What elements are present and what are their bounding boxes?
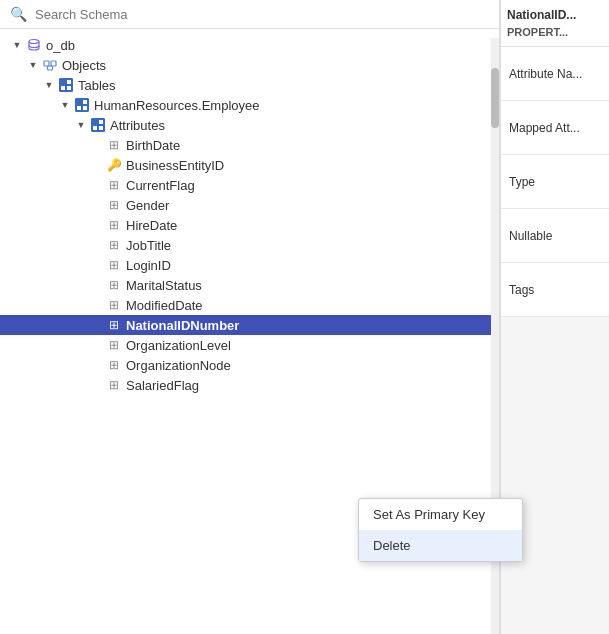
tree-label-nationalidnumber: NationalIDNumber bbox=[126, 318, 239, 333]
tree-item-organizationnode[interactable]: ⊞ OrganizationNode bbox=[0, 355, 499, 375]
tree-item-nationalidnumber[interactable]: ⊞ NationalIDNumber bbox=[0, 315, 499, 335]
svg-rect-1 bbox=[44, 61, 49, 66]
field-icon-maritalstatus: ⊞ bbox=[106, 277, 122, 293]
tree-label-tables: Tables bbox=[78, 78, 116, 93]
tree-label-o-db: o_db bbox=[46, 38, 75, 53]
prop-tags: Tags bbox=[501, 263, 609, 317]
expand-arrow-hr-employee[interactable] bbox=[58, 98, 72, 112]
right-panel-header: NationalID... PROPERT... bbox=[501, 0, 609, 47]
expand-arrow-o-db[interactable] bbox=[10, 38, 24, 52]
tree-label-birthdate: BirthDate bbox=[126, 138, 180, 153]
tree-label-businessentityid: BusinessEntityID bbox=[126, 158, 224, 173]
tree-item-loginid[interactable]: ⊞ LoginID bbox=[0, 255, 499, 275]
tree-label-gender: Gender bbox=[126, 198, 169, 213]
prop-type: Type bbox=[501, 155, 609, 209]
tree-label-hiredate: HireDate bbox=[126, 218, 177, 233]
field-icon-organizationnode: ⊞ bbox=[106, 357, 122, 373]
tree-item-currentflag[interactable]: ⊞ CurrentFlag bbox=[0, 175, 499, 195]
tree-item-gender[interactable]: ⊞ Gender bbox=[0, 195, 499, 215]
right-panel-properties-label: PROPERT... bbox=[507, 26, 603, 38]
tree-item-o-db[interactable]: o_db bbox=[0, 35, 499, 55]
tree-item-jobtitle[interactable]: ⊞ JobTitle bbox=[0, 235, 499, 255]
tree-label-hr-employee: HumanResources.Employee bbox=[94, 98, 259, 113]
tree-label-objects: Objects bbox=[62, 58, 106, 73]
right-panel-node-title: NationalID... bbox=[507, 8, 603, 22]
field-icon-currentflag: ⊞ bbox=[106, 177, 122, 193]
tree-item-objects[interactable]: Objects bbox=[0, 55, 499, 75]
key-icon-businessentityid: 🔑 bbox=[106, 157, 122, 173]
attributes-icon bbox=[90, 117, 106, 133]
tree-label-modifieddate: ModifiedDate bbox=[126, 298, 203, 313]
tree-label-attributes: Attributes bbox=[110, 118, 165, 133]
expand-arrow-objects[interactable] bbox=[26, 58, 40, 72]
db-icon bbox=[26, 37, 42, 53]
tree-label-maritalstatus: MaritalStatus bbox=[126, 278, 202, 293]
tree-item-tables[interactable]: Tables bbox=[0, 75, 499, 95]
prop-nullable: Nullable bbox=[501, 209, 609, 263]
prop-mapped-attr: Mapped Att... bbox=[501, 101, 609, 155]
expand-arrow-tables[interactable] bbox=[42, 78, 56, 92]
field-icon-loginid: ⊞ bbox=[106, 257, 122, 273]
context-menu-set-primary-key[interactable]: Set As Primary Key bbox=[359, 499, 522, 530]
field-icon-nationalidnumber: ⊞ bbox=[106, 317, 122, 333]
search-bar: 🔍 bbox=[0, 0, 499, 29]
tree-label-organizationnode: OrganizationNode bbox=[126, 358, 231, 373]
svg-point-0 bbox=[29, 40, 39, 44]
tree-item-modifieddate[interactable]: ⊞ ModifiedDate bbox=[0, 295, 499, 315]
tree-item-organizationlevel[interactable]: ⊞ OrganizationLevel bbox=[0, 335, 499, 355]
tree-label-salariedflag: SalariedFlag bbox=[126, 378, 199, 393]
tree-label-jobtitle: JobTitle bbox=[126, 238, 171, 253]
field-icon-gender: ⊞ bbox=[106, 197, 122, 213]
tree-item-maritalstatus[interactable]: ⊞ MaritalStatus bbox=[0, 275, 499, 295]
context-menu-delete[interactable]: Delete bbox=[359, 530, 522, 561]
tree-item-hr-employee[interactable]: HumanResources.Employee bbox=[0, 95, 499, 115]
tree-label-organizationlevel: OrganizationLevel bbox=[126, 338, 231, 353]
tree-item-birthdate[interactable]: ⊞ BirthDate bbox=[0, 135, 499, 155]
context-menu: Set As Primary Key Delete bbox=[358, 498, 523, 562]
tree-item-businessentityid[interactable]: 🔑 BusinessEntityID bbox=[0, 155, 499, 175]
search-icon: 🔍 bbox=[10, 6, 27, 22]
svg-rect-3 bbox=[48, 66, 53, 70]
hr-employee-icon bbox=[74, 97, 90, 113]
field-icon-jobtitle: ⊞ bbox=[106, 237, 122, 253]
tree-label-currentflag: CurrentFlag bbox=[126, 178, 195, 193]
field-icon-salariedflag: ⊞ bbox=[106, 377, 122, 393]
tree-label-loginid: LoginID bbox=[126, 258, 171, 273]
svg-rect-2 bbox=[51, 61, 56, 66]
tree-item-attributes[interactable]: Attributes bbox=[0, 115, 499, 135]
left-panel: 🔍 o_db bbox=[0, 0, 500, 634]
field-icon-hiredate: ⊞ bbox=[106, 217, 122, 233]
scrollbar-thumb[interactable] bbox=[491, 68, 499, 128]
field-icon-organizationlevel: ⊞ bbox=[106, 337, 122, 353]
tree-item-hiredate[interactable]: ⊞ HireDate bbox=[0, 215, 499, 235]
search-input[interactable] bbox=[35, 7, 489, 22]
tree-item-salariedflag[interactable]: ⊞ SalariedFlag bbox=[0, 375, 499, 395]
field-icon-birthdate: ⊞ bbox=[106, 137, 122, 153]
expand-arrow-attributes[interactable] bbox=[74, 118, 88, 132]
field-icon-modifieddate: ⊞ bbox=[106, 297, 122, 313]
prop-attribute-name: Attribute Na... bbox=[501, 47, 609, 101]
objects-icon bbox=[42, 57, 58, 73]
tables-icon bbox=[58, 77, 74, 93]
